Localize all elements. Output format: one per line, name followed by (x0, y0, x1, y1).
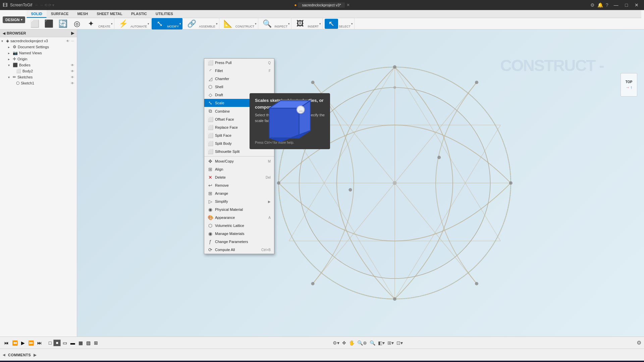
last-frame-btn[interactable]: ⏭ (36, 340, 43, 346)
tab-utilities[interactable]: UTILITIES (151, 10, 177, 18)
frame-type-btn[interactable]: ■ (53, 340, 60, 346)
create-extrude-btn[interactable]: ⬛ (42, 19, 55, 29)
create-sweep-btn[interactable]: ◎ (70, 19, 84, 29)
viewport-shading-btn[interactable]: ◧▾ (378, 340, 385, 346)
sketches-eye-icon[interactable]: 👁 (71, 75, 74, 79)
tree-named-views[interactable]: ▸ 📷 Named Views (0, 50, 77, 56)
menu-change-parameters[interactable]: ƒ Change Parameters (204, 238, 274, 246)
tree-sketch1[interactable]: ⬡ Sketch1 👁 (0, 80, 77, 86)
frame-view3-btn[interactable]: ▦ (77, 340, 84, 346)
menu-physical-material[interactable]: ◉ Physical Material (204, 205, 274, 214)
close-button[interactable]: ✕ (632, 2, 641, 8)
viewport-display-btn[interactable]: ⊡▾ (396, 340, 403, 346)
menu-delete[interactable]: ✕ Delete Del (204, 173, 274, 181)
axis-indicator: TOP → ↑ (621, 73, 637, 97)
browser-collapse-icon[interactable]: ◀ (3, 32, 5, 35)
insert-btn[interactable]: 🖼 (293, 19, 307, 29)
menu-fillet[interactable]: ◜ Fillet F (204, 67, 274, 75)
comments-icon[interactable]: ▶ (34, 353, 37, 357)
dots-icon[interactable]: ⋯ (71, 39, 74, 43)
automate-arrow[interactable]: ▾ (148, 22, 149, 25)
create-revolve-btn[interactable]: 🔄 (56, 19, 69, 29)
tab-mesh[interactable]: MESH (73, 10, 92, 18)
body2-eye-icon[interactable]: 👁 (71, 69, 74, 73)
viewport[interactable]: CONSTRUCT - TOP → ↑ ⬜ Press Pull Q ◜ Fil… (77, 29, 644, 337)
tab-surface[interactable]: SURFACE (47, 10, 73, 18)
search-icon[interactable]: 🔔 (597, 2, 603, 8)
assemble-btn[interactable]: 🔗 (185, 19, 198, 29)
menu-move-copy[interactable]: ✥ Move/Copy M (204, 157, 274, 165)
maximize-button[interactable]: □ (623, 2, 631, 8)
play-btn[interactable]: ▶ (20, 340, 26, 346)
viewport-orbit-btn[interactable]: 🖐 (349, 340, 355, 346)
tab-solid[interactable]: SOLID (26, 10, 47, 18)
bodies-eye-icon[interactable]: 👁 (71, 63, 74, 67)
browser-expand-icon[interactable]: ▶ (71, 31, 74, 36)
file-tab[interactable]: sacrednclockproject v3* (298, 2, 345, 8)
tab-sheet-metal[interactable]: SHEET METAL (92, 10, 127, 18)
menu-compute-all[interactable]: ⟳ Compute All Ctrl+B (204, 246, 274, 254)
origin-label: Origin (17, 57, 27, 61)
insert-arrow[interactable]: ▾ (319, 22, 321, 25)
titlebar-nav: ← → ⟲ ⟳ ▾ (35, 3, 54, 7)
help-icon[interactable]: ? (606, 2, 608, 8)
frame-view1-btn[interactable]: ▭ (61, 340, 68, 346)
origin-icon: ✛ (13, 57, 16, 61)
first-frame-btn[interactable]: ⏮ (3, 340, 10, 346)
move-icon: ✥ (208, 159, 213, 164)
viewport-zoom-btn[interactable]: 🔍⊕ (357, 340, 367, 346)
tree-doc-settings[interactable]: ▸ ⚙ Document Settings (0, 44, 77, 50)
menu-chamfer[interactable]: ◿ Chamfer (204, 75, 274, 83)
inspect-arrow[interactable]: ▾ (288, 22, 290, 25)
construct-btn[interactable]: 📐 (221, 19, 235, 29)
sketch1-eye-icon[interactable]: 👁 (71, 81, 74, 85)
design-dropdown[interactable]: DESIGN ▾ (3, 16, 25, 23)
menu-appearance[interactable]: 🎨 Appearance A (204, 214, 274, 222)
prev-frame-btn[interactable]: ⏪ (11, 340, 19, 346)
svg-point-18 (475, 81, 478, 84)
menu-arrange[interactable]: ⊞ Arrange (204, 189, 274, 197)
eye-icon[interactable]: 👁 (66, 39, 69, 43)
assemble-arrow[interactable]: ▾ (216, 22, 218, 25)
comments-collapse[interactable]: ◀ (3, 353, 5, 357)
frame-select-btn[interactable]: □ (47, 340, 53, 346)
menu-shell[interactable]: ⬡ Shell (204, 83, 274, 91)
tree-bodies[interactable]: ▾ ⬛ Bodies 👁 (0, 62, 77, 68)
viewport-zoom2-btn[interactable]: 🔍 (370, 340, 375, 346)
viewport-pan-btn[interactable]: ✥ (342, 340, 346, 346)
menu-press-pull[interactable]: ⬜ Press Pull Q (204, 59, 274, 67)
modify-btn[interactable]: ⤡ (153, 19, 166, 29)
select-btn[interactable]: ↖ (325, 19, 338, 29)
menu-align[interactable]: ⊞ Align (204, 165, 274, 173)
bottom-settings-btn[interactable]: ⚙ (637, 340, 641, 346)
menu-volumetric-lattice[interactable]: ⬡ Volumetric Lattice (204, 222, 274, 230)
create-arrow[interactable]: ▾ (111, 22, 113, 25)
viewport-grid-btn[interactable]: ⊞▾ (387, 340, 394, 346)
modify-arrow[interactable]: ▾ (179, 22, 181, 25)
create-loft-btn[interactable]: ✦ (84, 19, 98, 29)
viewport-settings-btn[interactable]: ⚙▾ (333, 340, 339, 346)
bottom-right: ⚙ (637, 340, 641, 346)
inspect-btn[interactable]: 🔍 (260, 19, 274, 29)
tree-origin[interactable]: ▸ ✛ Origin (0, 56, 77, 62)
frame-view5-btn[interactable]: ⊞ (93, 340, 99, 346)
menu-manage-materials[interactable]: ◉ Manage Materials (204, 230, 274, 238)
tree-project[interactable]: ▾ ◈ sacrednclockproject v3 👁 ⋯ (0, 38, 77, 44)
tree-body2[interactable]: ⬜ Body2 👁 (0, 68, 77, 74)
menu-sep-1 (204, 156, 274, 157)
next-frame-btn[interactable]: ⏩ (27, 340, 35, 346)
construct-arrow[interactable]: ▾ (255, 22, 257, 25)
menu-remove[interactable]: ↩ Remove (204, 181, 274, 189)
blue-cube-svg: ↔ (250, 93, 330, 149)
frame-view4-btn[interactable]: ▨ (85, 340, 92, 346)
create-new-btn[interactable]: ⬜ (28, 19, 41, 29)
frame-view2-btn[interactable]: ▬ (69, 340, 76, 346)
minimize-button[interactable]: — (611, 2, 621, 8)
tree-sketches[interactable]: ▾ ✏ Sketches 👁 (0, 74, 77, 80)
menu-simplify[interactable]: ▷ Simplify ▶ (204, 197, 274, 205)
tab-plastic[interactable]: PLASTIC (127, 10, 151, 18)
modify-group[interactable]: ⤡ MODIFY ▾ (152, 18, 183, 29)
select-arrow[interactable]: ▾ (351, 22, 353, 25)
automate-btn[interactable]: ⚡ (116, 19, 130, 29)
gear-icon[interactable]: ⚙ (590, 2, 595, 8)
